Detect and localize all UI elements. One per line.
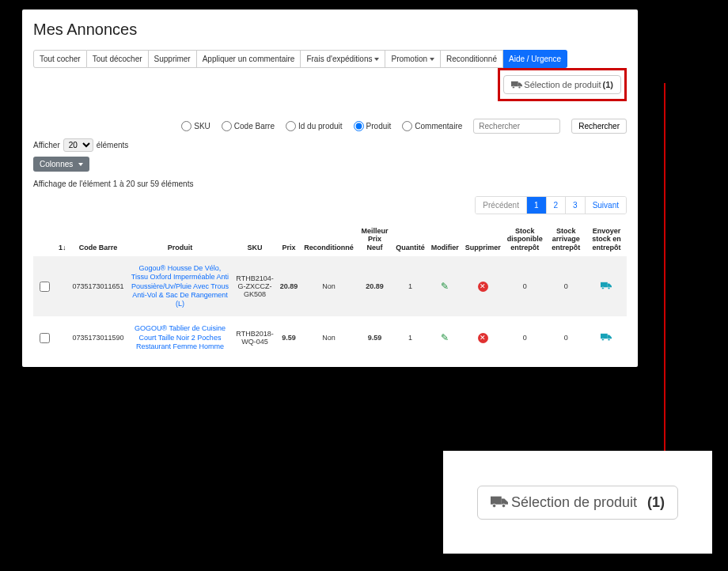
- selection-highlight: Sélection de produit (1): [498, 68, 627, 101]
- page-length-select[interactable]: 20: [63, 138, 93, 152]
- table-row: 0735173011651 Gogou® Housse De Vélo, Tis…: [33, 256, 627, 316]
- svg-point-2: [602, 287, 605, 289]
- col-stock-avail[interactable]: Stock disponible entrepôt: [504, 222, 546, 256]
- cell-best-price: 9.59: [357, 316, 393, 359]
- length-suffix: éléments: [97, 141, 129, 149]
- cell-barcode: 0735173011651: [70, 256, 127, 316]
- radio-sku-label: SKU: [194, 122, 210, 130]
- chevron-down-icon: [430, 58, 434, 61]
- send-stock-icon[interactable]: [601, 335, 612, 343]
- svg-point-6: [492, 504, 495, 507]
- cell-best-price: 20.89: [357, 256, 393, 316]
- col-checkbox: [33, 222, 55, 256]
- radio-product-id[interactable]: Id du produit: [286, 121, 343, 131]
- listings-table: 1↓ Code Barre Produit SKU Prix Reconditi…: [33, 222, 627, 359]
- shipping-fees-dropdown[interactable]: Frais d'expéditions: [301, 50, 385, 68]
- cell-price: 20.89: [277, 256, 301, 316]
- radio-comment[interactable]: Commentaire: [402, 121, 462, 131]
- radio-product-label: Produit: [366, 122, 392, 130]
- pager-next[interactable]: Suivant: [585, 197, 626, 214]
- chevron-down-icon: [78, 163, 83, 166]
- check-all-button[interactable]: Tout cocher: [33, 50, 87, 68]
- radio-product-id-label: Id du produit: [298, 122, 343, 130]
- row-checkbox[interactable]: [40, 333, 50, 343]
- col-sku[interactable]: SKU: [233, 222, 276, 256]
- callout-box: Sélection de produit (1): [443, 451, 712, 554]
- svg-point-1: [518, 86, 521, 89]
- col-reconditioned[interactable]: Reconditionné: [301, 222, 357, 256]
- promotion-label: Promotion: [391, 55, 427, 63]
- col-best-price[interactable]: Meilleur Prix Neuf: [357, 222, 393, 256]
- callout-line: [664, 83, 665, 482]
- cell-stock-avail: 0: [504, 256, 546, 316]
- pager-page-3[interactable]: 3: [565, 197, 585, 214]
- col-product[interactable]: Produit: [127, 222, 233, 256]
- callout-label: Sélection de produit: [511, 494, 637, 511]
- cell-qty: 1: [392, 316, 428, 359]
- columns-label: Colonnes: [40, 160, 73, 168]
- delete-icon[interactable]: ✕: [478, 333, 488, 343]
- delete-button[interactable]: Supprimer: [149, 50, 197, 68]
- main-panel: Mes Annonces Tout cocher Tout décocher S…: [22, 9, 638, 367]
- radio-barcode-label: Code Barre: [234, 122, 275, 130]
- col-price[interactable]: Prix: [277, 222, 301, 256]
- search-button[interactable]: Rechercher: [571, 119, 627, 134]
- selection-count: (1): [603, 80, 613, 89]
- truck-icon: [511, 81, 522, 89]
- help-button[interactable]: Aide / Urgence: [503, 50, 567, 68]
- filter-row: SKU Code Barre Id du produit Produit Com…: [33, 119, 627, 134]
- cell-sku: RTHB2104-G-ZXCCZ-GK508: [233, 256, 276, 316]
- radio-product[interactable]: Produit: [354, 121, 392, 131]
- promotion-dropdown[interactable]: Promotion: [385, 50, 441, 68]
- table-info: Affichage de l'élément 1 à 20 sur 59 élé…: [33, 180, 627, 188]
- search-input[interactable]: [473, 119, 560, 134]
- cell-price: 9.59: [277, 316, 301, 359]
- cell-stock-incoming: 0: [546, 256, 586, 316]
- svg-point-4: [602, 338, 605, 341]
- radio-barcode[interactable]: Code Barre: [222, 121, 275, 131]
- table-row: 0735173011590 GOGOU® Tablier de Cuisine …: [33, 316, 627, 359]
- radio-sku[interactable]: SKU: [181, 121, 210, 131]
- edit-icon[interactable]: ✎: [441, 281, 449, 292]
- selection-label: Sélection de produit: [524, 80, 601, 89]
- page-title: Mes Annonces: [33, 21, 627, 39]
- cell-barcode: 0735173011590: [70, 316, 127, 359]
- product-link[interactable]: GOGOU® Tablier de Cuisine Court Taille N…: [131, 324, 230, 351]
- uncheck-all-button[interactable]: Tout décocher: [87, 50, 149, 68]
- send-stock-icon[interactable]: [601, 284, 612, 292]
- col-stock-incoming[interactable]: Stock arrivage entrepôt: [546, 222, 586, 256]
- col-delete[interactable]: Supprimer: [462, 222, 504, 256]
- row-checkbox[interactable]: [40, 282, 50, 292]
- col-send-stock[interactable]: Envoyer stock en entrepôt: [586, 222, 627, 256]
- cell-stock-avail: 0: [504, 316, 546, 359]
- length-row: Afficher 20 éléments: [33, 138, 627, 152]
- delete-icon[interactable]: ✕: [478, 282, 488, 292]
- col-modify[interactable]: Modifier: [428, 222, 462, 256]
- cell-stock-incoming: 0: [546, 316, 586, 359]
- pager-row: Précédent 1 2 3 Suivant: [33, 196, 627, 214]
- svg-point-7: [502, 504, 505, 507]
- toolbar: Tout cocher Tout décocher Supprimer Appl…: [33, 50, 627, 101]
- cell-recond: Non: [301, 316, 357, 359]
- truck-icon: [491, 496, 508, 509]
- svg-point-0: [513, 86, 515, 89]
- callout-count: (1): [647, 494, 665, 511]
- product-selection-button-zoom: Sélection de produit (1): [477, 486, 678, 520]
- length-prefix: Afficher: [33, 141, 60, 149]
- col-barcode[interactable]: Code Barre: [70, 222, 127, 256]
- pager-prev[interactable]: Précédent: [476, 197, 526, 214]
- edit-icon[interactable]: ✎: [441, 332, 449, 343]
- col-qty[interactable]: Quantité: [392, 222, 428, 256]
- chevron-down-icon: [374, 58, 379, 61]
- cell-sku: RTHB2018-WQ-045: [233, 316, 276, 359]
- pager-page-1[interactable]: 1: [526, 197, 546, 214]
- col-idx[interactable]: 1↓: [55, 222, 70, 256]
- reconditioned-button[interactable]: Reconditionné: [441, 50, 503, 68]
- apply-comment-button[interactable]: Appliquer un commentaire: [197, 50, 301, 68]
- product-link[interactable]: Gogou® Housse De Vélo, Tissu Oxford Impe…: [131, 264, 230, 308]
- pager-page-2[interactable]: 2: [546, 197, 566, 214]
- shipping-fees-label: Frais d'expéditions: [306, 55, 372, 63]
- columns-dropdown[interactable]: Colonnes: [33, 157, 89, 172]
- radio-comment-label: Commentaire: [415, 122, 462, 130]
- product-selection-button[interactable]: Sélection de produit (1): [503, 75, 621, 94]
